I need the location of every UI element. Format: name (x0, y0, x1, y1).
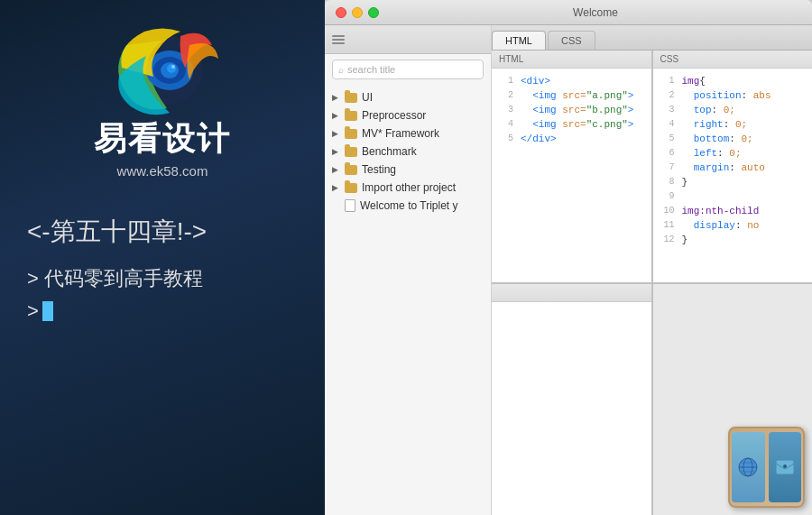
html-pane-label: HTML (499, 54, 523, 64)
tree-label-welcome: Welcome to Triplet y (360, 199, 457, 212)
css-pane: CSS 1 img{ 2 position: abs 3 (653, 51, 813, 282)
bottom-left-header (492, 284, 651, 302)
tree-item-mvframework[interactable]: ▶ MV* Framework (325, 124, 491, 143)
search-placeholder: search title (347, 64, 395, 75)
sidebar-header (325, 25, 491, 54)
bottom-left-pane (492, 284, 651, 516)
brand-name: 易看设计 (94, 117, 231, 161)
code-line: 9 (653, 189, 813, 204)
tree-item-testing[interactable]: ▶ Testing (325, 161, 491, 179)
expand-arrow-import: ▶ (332, 183, 341, 192)
css-pane-label: CSS (660, 54, 679, 64)
close-button[interactable] (336, 7, 346, 18)
css-pane-header: CSS (653, 51, 813, 69)
search-box[interactable]: ⌕ search title (332, 60, 484, 79)
tree-label-mvframework: MV* Framework (362, 127, 439, 140)
expand-arrow-ui: ▶ (332, 93, 341, 102)
code-line: 3 top: 0; (653, 103, 813, 117)
sub-text-line2: > (27, 299, 307, 323)
code-line: 7 margin: auto (653, 161, 813, 175)
html-pane: HTML 1 <div> 2 <img src="a.png"> 3 (492, 51, 651, 282)
hamburger-line3 (332, 42, 345, 44)
maximize-button[interactable] (368, 7, 379, 18)
code-line: 10 img:nth-child (653, 204, 813, 218)
expand-arrow-testing: ▶ (332, 165, 341, 174)
tree-item-import[interactable]: ▶ Import other project (325, 179, 491, 197)
tree-label-preprocessor: Preprocessor (362, 109, 426, 122)
sub-text-line1: > 代码零到高手教程 (27, 265, 307, 292)
card-map-icon (772, 455, 798, 480)
file-icon-welcome (345, 199, 355, 212)
tree-label-import: Import other project (362, 181, 456, 194)
code-area: HTML 1 <div> 2 <img src="a.png"> 3 (492, 51, 812, 515)
svg-point-4 (167, 64, 176, 73)
card-half-right (769, 432, 802, 502)
code-line: 8 } (653, 175, 813, 189)
code-line: 2 <img src="a.png"> (492, 88, 651, 103)
folder-icon-benchmark (345, 147, 357, 157)
code-line: 4 <img src="c.png"> (492, 117, 651, 132)
hamburger-icon[interactable] (332, 35, 345, 44)
bottom-right-pane (653, 284, 813, 516)
tree-label-ui: UI (362, 91, 373, 104)
brand-url: www.ek58.com (117, 163, 208, 179)
tab-css[interactable]: CSS (548, 31, 595, 50)
folder-icon-mvframework (345, 129, 357, 139)
chapter-section: <-第五十四章!-> > 代码零到高手教程 > (18, 215, 307, 323)
code-line: 6 left: 0; (653, 146, 813, 161)
expand-arrow-mvframework: ▶ (332, 129, 341, 138)
hamburger-line1 (332, 35, 345, 37)
css-code-content[interactable]: 1 img{ 2 position: abs 3 top: 0; 4 (653, 69, 813, 282)
svg-point-5 (171, 65, 175, 69)
code-line: 3 <img src="b.png"> (492, 103, 651, 117)
tree-item-benchmark[interactable]: ▶ Benchmark (325, 143, 491, 161)
ide-body: ⌕ search title ▶ UI ▶ Preprocessor ▶ (325, 25, 812, 515)
code-line: 4 right: 0; (653, 117, 813, 132)
brand-logo (99, 18, 226, 117)
expand-arrow-benchmark: ▶ (332, 147, 341, 156)
card-half-left (732, 432, 765, 502)
code-line: 1 img{ (653, 74, 813, 88)
code-line: 2 position: abs (653, 88, 813, 103)
folder-icon-testing (345, 165, 357, 175)
file-tree: ▶ UI ▶ Preprocessor ▶ MV* Framework ▶ (325, 85, 491, 218)
code-line: 12 } (653, 233, 813, 247)
folder-icon-ui (345, 93, 357, 103)
tree-item-preprocessor[interactable]: ▶ Preprocessor (325, 106, 491, 124)
left-panel: 易看设计 www.ek58.com <-第五十四章!-> > 代码零到高手教程 … (0, 0, 325, 515)
html-pane-header: HTML (492, 51, 651, 69)
search-icon: ⌕ (338, 65, 344, 75)
traffic-lights (336, 7, 379, 18)
code-line: 1 <div> (492, 74, 651, 88)
code-line: 5 </div> (492, 132, 651, 146)
ide-sidebar: ⌕ search title ▶ UI ▶ Preprocessor ▶ (325, 25, 492, 515)
chapter-title: <-第五十四章!-> (27, 215, 307, 249)
minimize-button[interactable] (352, 7, 363, 18)
svg-point-12 (783, 464, 787, 468)
tree-label-benchmark: Benchmark (362, 145, 417, 158)
cursor-block (42, 301, 53, 321)
ide-main: HTML CSS HTML 1 <div> 2 (492, 25, 812, 515)
window-title: Welcome (390, 6, 801, 19)
tree-item-welcome[interactable]: Welcome to Triplet y (325, 197, 491, 215)
folder-icon-preprocessor (345, 111, 357, 121)
tree-item-ui[interactable]: ▶ UI (325, 88, 491, 106)
tree-label-testing: Testing (362, 163, 396, 176)
ide-tabs: HTML CSS (492, 25, 812, 51)
card-globe-icon (735, 455, 761, 480)
window-chrome: Welcome (325, 0, 812, 25)
tab-html[interactable]: HTML (492, 31, 546, 50)
folder-icon-import (345, 183, 357, 193)
code-line: 5 bottom: 0; (653, 132, 813, 146)
expand-arrow-preprocessor: ▶ (332, 111, 341, 120)
card-thumbnail (728, 427, 805, 508)
logo-area: 易看设计 www.ek58.com (94, 18, 231, 179)
html-code-content[interactable]: 1 <div> 2 <img src="a.png"> 3 <img src="… (492, 69, 651, 282)
right-panel: Welcome ⌕ search title ▶ (325, 0, 812, 515)
hamburger-line2 (332, 39, 345, 41)
code-line: 11 display: no (653, 218, 813, 233)
